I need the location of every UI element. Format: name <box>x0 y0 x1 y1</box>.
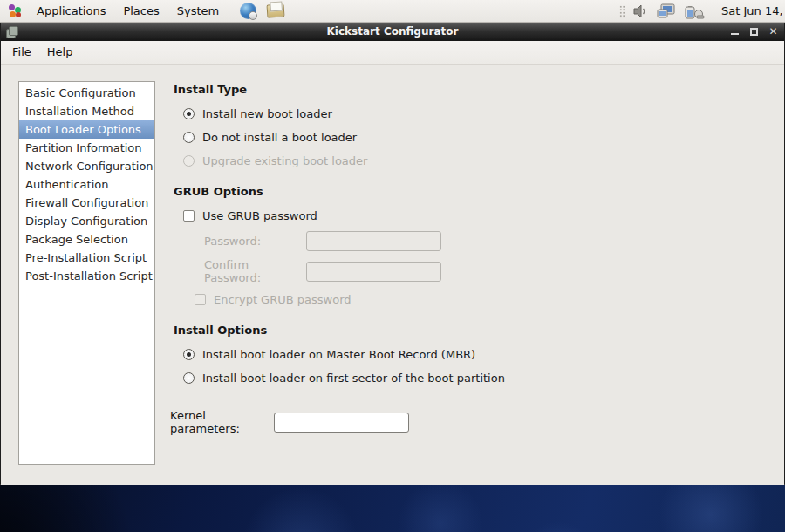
battery-power-icon[interactable] <box>684 3 705 19</box>
grub-options-heading: GRUB Options <box>174 185 662 199</box>
mail-client-icon[interactable] <box>267 3 285 17</box>
window-title: Kickstart Configurator <box>1 23 784 41</box>
grub-password-row: Password: <box>204 231 662 251</box>
top-panel: Applications Places System <box>0 0 785 23</box>
panel-tray: Sat Jun 14, 3 <box>619 0 785 23</box>
checkbox-use-grub-password[interactable]: Use GRUB password <box>183 208 662 223</box>
window-content: Basic Configuration Installation Method … <box>1 65 784 485</box>
radio-label: Install new boot loader <box>202 107 332 120</box>
desktop: Applications Places System <box>0 0 785 532</box>
menu-applications[interactable]: Applications <box>28 0 114 23</box>
menu-help[interactable]: Help <box>39 41 81 64</box>
kernel-parameters-row: Kernel parameters: <box>170 409 662 435</box>
checkbox-label: Use GRUB password <box>202 209 317 222</box>
checkbox-icon[interactable] <box>183 210 195 222</box>
install-options-heading: Install Options <box>174 324 662 338</box>
install-type-heading: Install Type <box>174 83 662 97</box>
sidebar-item-display-configuration[interactable]: Display Configuration <box>19 212 154 230</box>
radio-upgrade-existing-boot-loader: Upgrade existing boot loader <box>183 153 662 168</box>
maximize-button[interactable] <box>748 26 760 38</box>
sidebar-item-partition-information[interactable]: Partition Information <box>19 139 154 157</box>
password-label: Password: <box>204 235 306 248</box>
sidebar-item-boot-loader-options[interactable]: Boot Loader Options <box>19 120 154 139</box>
menubar: File Help <box>1 41 784 65</box>
sidebar-item-authentication[interactable]: Authentication <box>19 175 154 194</box>
window-controls: ✕ <box>729 23 779 41</box>
password-input <box>306 231 441 251</box>
panel-menus: Applications Places System <box>28 0 228 22</box>
radio-install-on-first-sector[interactable]: Install boot loader on first sector of t… <box>183 370 662 385</box>
checkbox-icon <box>195 294 206 305</box>
radio-button-icon[interactable] <box>183 132 195 143</box>
radio-label: Install boot loader on first sector of t… <box>202 372 505 385</box>
minimize-button[interactable] <box>729 26 741 38</box>
panel-clock[interactable]: Sat Jun 14, 3 <box>713 0 785 23</box>
sidebar-item-package-selection[interactable]: Package Selection <box>19 230 154 249</box>
sidebar-item-post-installation-script[interactable]: Post-Installation Script <box>19 267 154 285</box>
sidebar-item-network-configuration[interactable]: Network Configuration <box>19 157 154 175</box>
close-button[interactable]: ✕ <box>768 26 779 38</box>
radio-button-icon[interactable] <box>183 108 195 119</box>
panel-grip-handle[interactable] <box>619 5 625 18</box>
web-browser-icon[interactable] <box>240 3 256 19</box>
category-list: Basic Configuration Installation Method … <box>18 81 155 465</box>
sidebar-item-installation-method[interactable]: Installation Method <box>19 102 154 120</box>
radio-label: Install boot loader on Master Boot Recor… <box>202 348 475 361</box>
radio-do-not-install-boot-loader[interactable]: Do not install a boot loader <box>183 129 662 145</box>
boot-loader-options-panel: Install Type Install new boot loader Do … <box>174 83 662 435</box>
confirm-password-input <box>306 262 441 282</box>
radio-install-on-mbr[interactable]: Install boot loader on Master Boot Recor… <box>183 346 662 362</box>
menu-places[interactable]: Places <box>114 0 167 23</box>
radio-button-icon[interactable] <box>183 372 195 384</box>
display-network-icon[interactable] <box>657 3 676 19</box>
sidebar-item-basic-configuration[interactable]: Basic Configuration <box>19 84 154 102</box>
radio-label: Do not install a boot loader <box>202 131 357 144</box>
sidebar-item-firewall-configuration[interactable]: Firewall Configuration <box>19 194 154 212</box>
kickstart-configurator-window: Kickstart Configurator ✕ File Help Basic… <box>0 23 785 485</box>
radio-label: Upgrade existing boot loader <box>202 154 367 167</box>
distro-logo-icon[interactable] <box>7 3 23 19</box>
menu-system[interactable]: System <box>168 0 228 23</box>
kernel-parameters-input[interactable] <box>274 413 409 433</box>
kernel-parameters-label: Kernel parameters: <box>170 409 274 435</box>
radio-install-new-boot-loader[interactable]: Install new boot loader <box>183 106 662 121</box>
volume-icon[interactable] <box>633 4 649 18</box>
radio-button-icon <box>183 155 195 167</box>
panel-launchers <box>240 3 284 19</box>
grub-confirm-password-row: Confirm Password: <box>204 258 662 284</box>
sidebar-item-pre-installation-script[interactable]: Pre-Installation Script <box>19 249 154 267</box>
titlebar[interactable]: Kickstart Configurator ✕ <box>1 23 784 41</box>
checkbox-label: Encrypt GRUB password <box>214 293 352 306</box>
checkbox-encrypt-grub-password: Encrypt GRUB password <box>195 291 662 307</box>
confirm-password-label: Confirm Password: <box>204 258 306 284</box>
menu-file[interactable]: File <box>4 41 39 64</box>
radio-button-icon[interactable] <box>183 349 195 360</box>
